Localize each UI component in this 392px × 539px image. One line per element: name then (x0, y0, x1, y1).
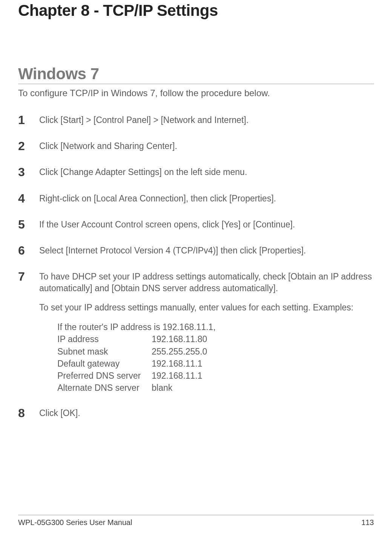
example-row: Subnet mask 255.255.255.0 (57, 346, 374, 358)
example-row: IP address 192.168.11.80 (57, 333, 374, 345)
step-number: 3 (18, 166, 39, 179)
steps-list: 1 Click [Start] > [Control Panel] > [Net… (18, 114, 374, 420)
step-item: 4 Right-click on [Local Area Connection]… (18, 192, 374, 205)
example-value: 192.168.11.80 (152, 333, 207, 345)
step-item: 1 Click [Start] > [Control Panel] > [Net… (18, 114, 374, 127)
example-label: Preferred DNS server (57, 370, 152, 382)
step-item: 3 Click [Change Adapter Settings] on the… (18, 166, 374, 179)
step-number: 4 (18, 192, 39, 205)
step-item: 7 To have DHCP set your IP address setti… (18, 270, 374, 394)
example-label: IP address (57, 333, 152, 345)
step7-para1: To have DHCP set your IP address setting… (39, 271, 374, 294)
example-block: If the router's IP address is 192.168.11… (39, 321, 374, 394)
example-value: 192.168.11.1 (152, 370, 202, 382)
step7-para2: To set your IP address settings manually… (39, 302, 374, 313)
step-text: Right-click on [Local Area Connection], … (39, 192, 374, 204)
step-number: 5 (18, 218, 39, 231)
step-text: Click [Change Adapter Settings] on the l… (39, 166, 374, 178)
section-title: Windows 7 (18, 65, 374, 84)
example-value: 255.255.255.0 (152, 346, 207, 358)
example-label: Subnet mask (57, 346, 152, 358)
intro-text: To configure TCP/IP in Windows 7, follow… (18, 88, 374, 98)
step-text: Click [Start] > [Control Panel] > [Netwo… (39, 114, 374, 126)
example-row: Alternate DNS server blank (57, 382, 374, 394)
step-item: 5 If the User Account Control screen ope… (18, 218, 374, 231)
example-value: blank (152, 382, 172, 394)
step-text: Select [Internet Protocol Version 4 (TCP… (39, 244, 374, 256)
step-number: 8 (18, 407, 39, 420)
example-row: Default gateway 192.168.11.1 (57, 358, 374, 370)
step-number: 1 (18, 114, 39, 127)
step-text: Click [Network and Sharing Center]. (39, 140, 374, 152)
example-value: 192.168.11.1 (152, 358, 202, 370)
step-item: 2 Click [Network and Sharing Center]. (18, 140, 374, 153)
step-number: 2 (18, 140, 39, 153)
step-text: To have DHCP set your IP address setting… (39, 270, 374, 394)
example-intro: If the router's IP address is 192.168.11… (57, 321, 374, 333)
step-text: If the User Account Control screen opens… (39, 218, 374, 230)
footer-page-number: 113 (361, 518, 374, 527)
step-item: 8 Click [OK]. (18, 407, 374, 420)
example-label: Default gateway (57, 358, 152, 370)
step-number: 6 (18, 244, 39, 257)
step-number: 7 (18, 270, 39, 283)
example-row: Preferred DNS server 192.168.11.1 (57, 370, 374, 382)
chapter-title: Chapter 8 - TCP/IP Settings (18, 0, 374, 20)
example-label: Alternate DNS server (57, 382, 152, 394)
step-item: 6 Select [Internet Protocol Version 4 (T… (18, 244, 374, 257)
page-footer: WPL-05G300 Series User Manual 113 (18, 515, 374, 527)
step-text: Click [OK]. (39, 407, 374, 419)
footer-manual-name: WPL-05G300 Series User Manual (18, 518, 132, 527)
example-intro-text: If the router's IP address is 192.168.11… (57, 321, 216, 333)
